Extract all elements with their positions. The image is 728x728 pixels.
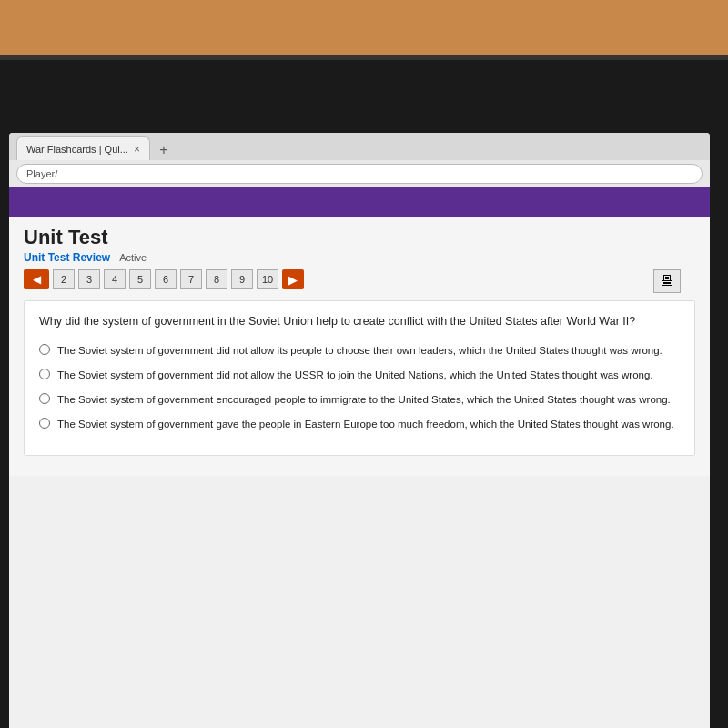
nav-num-4[interactable]: 4 [104, 269, 126, 289]
option-radio-3[interactable] [39, 393, 50, 404]
option-radio-4[interactable] [39, 418, 50, 429]
browser-window: War Flashcards | Qui... × + Unit Test Un… [9, 133, 710, 728]
nav-num-5[interactable]: 5 [129, 269, 151, 289]
nav-num-7[interactable]: 7 [180, 269, 202, 289]
nav-num-6[interactable]: 6 [155, 269, 177, 289]
option-text-3[interactable]: The Soviet system of government encourag… [57, 392, 671, 408]
tab-label: War Flashcards | Qui... [26, 144, 128, 155]
option-radio-1[interactable] [39, 344, 50, 355]
option-row-4: The Soviet system of government gave the… [39, 417, 680, 432]
option-row-2: The Soviet system of government did not … [39, 368, 680, 383]
question-card: Why did the system of government in the … [24, 300, 695, 456]
nav-num-9[interactable]: 9 [231, 269, 253, 289]
option-text-1[interactable]: The Soviet system of government did not … [57, 343, 662, 359]
subtitle-row: Unit Test Review Active [24, 251, 695, 264]
content-area: Unit Test Unit Test Review Active ◀ 2 3 … [9, 217, 710, 476]
page-title: Unit Test [24, 226, 695, 249]
purple-banner [9, 187, 710, 217]
option-text-4[interactable]: The Soviet system of government gave the… [57, 417, 674, 432]
back-button[interactable]: ◀ [24, 269, 49, 289]
address-bar [9, 160, 710, 187]
option-row-3: The Soviet system of government encourag… [39, 392, 680, 408]
nav-num-3[interactable]: 3 [78, 269, 100, 289]
forward-button[interactable]: ▶ [282, 269, 304, 289]
option-text-2[interactable]: The Soviet system of government did not … [57, 368, 653, 383]
browser-tab[interactable]: War Flashcards | Qui... × [16, 136, 150, 160]
tab-bar: War Flashcards | Qui... × + [9, 133, 710, 160]
tab-close-button[interactable]: × [134, 143, 140, 156]
nav-num-10[interactable]: 10 [257, 269, 278, 289]
question-text: Why did the system of government in the … [39, 314, 680, 330]
question-nav-row: ◀ 2 3 4 5 6 7 8 9 10 ▶ 🖶 [24, 269, 695, 289]
print-button[interactable]: 🖶 [653, 269, 681, 293]
unit-test-review-link[interactable]: Unit Test Review [24, 251, 110, 264]
print-icon: 🖶 [660, 273, 674, 289]
nav-num-2[interactable]: 2 [53, 269, 75, 289]
option-radio-2[interactable] [39, 369, 50, 379]
active-status: Active [119, 252, 147, 263]
new-tab-button[interactable]: + [154, 140, 174, 160]
address-input[interactable] [16, 164, 703, 184]
option-row-1: The Soviet system of government did not … [39, 343, 680, 359]
monitor-bezel: War Flashcards | Qui... × + Unit Test Un… [0, 55, 728, 728]
nav-num-8[interactable]: 8 [206, 269, 228, 289]
